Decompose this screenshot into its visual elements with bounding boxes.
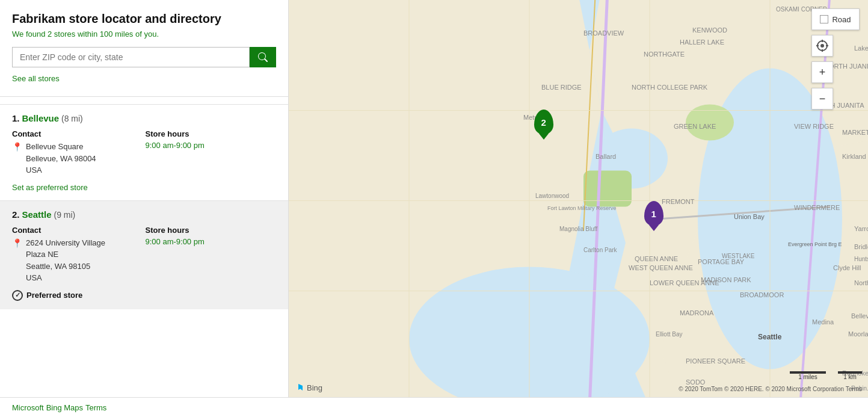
svg-marker-72 (298, 384, 303, 391)
svg-text:BLUE RIDGE: BLUE RIDGE (541, 84, 582, 91)
svg-text:PIONEER SQUARE: PIONEER SQUARE (686, 357, 745, 365)
hours-label-2: Store hours (146, 226, 277, 235)
search-input[interactable] (12, 47, 250, 67)
store-index-2: 2. (12, 209, 20, 220)
store-name-seattle[interactable]: Seattle (22, 209, 51, 220)
svg-point-67 (820, 44, 824, 48)
svg-text:MADRONA: MADRONA (680, 309, 714, 317)
svg-text:NORTH COLLEGE PARK: NORTH COLLEGE PARK (632, 84, 708, 91)
scale-km: 1 km (838, 371, 862, 380)
svg-text:Union Bay: Union Bay (734, 213, 765, 220)
preferred-store-label: Preferred store (26, 291, 82, 300)
zoom-out-button[interactable]: − (811, 88, 833, 110)
svg-text:Fort Lawton Military Reserve: Fort Lawton Military Reserve (547, 205, 617, 211)
divider (0, 96, 288, 97)
set-preferred-link-1[interactable]: Set as preferred store (12, 183, 88, 192)
map-scale: 1 miles 1 km (790, 371, 862, 380)
map-pin-2[interactable]: 2 (534, 110, 553, 135)
location-icon-1: 📍 (12, 142, 22, 152)
store-index-1: 1. (12, 113, 20, 123)
map-attribution: © 2020 TomTom © 2020 HERE. © 2020 Micros… (679, 386, 862, 392)
svg-text:WESTLAKE: WESTLAKE (722, 253, 755, 259)
location-icon-2: 📍 (12, 238, 22, 248)
locate-me-button[interactable] (811, 35, 833, 57)
pin-shape-1: 1 (644, 201, 663, 226)
hours-value-1: 9:00 am-9:00 pm (146, 141, 277, 150)
svg-text:Bridle Trails: Bridle Trails (854, 243, 868, 250)
svg-text:QUEEN ANNE: QUEEN ANNE (635, 255, 678, 262)
store-name-row-2: 2. Seattle (9 mi) (12, 209, 276, 220)
store-card-seattle: 2. Seattle (9 mi) Contact 📍 2624 Univers… (0, 200, 288, 309)
svg-text:FREMONT: FREMONT (662, 198, 695, 205)
store-name-bellevue[interactable]: Bellevue (22, 113, 59, 123)
svg-text:Magnolia Bluff: Magnolia Bluff (559, 226, 597, 232)
svg-text:Kirkland: Kirkland (842, 153, 866, 160)
store-info-grid-1: Contact 📍 Bellevue Square Bellevue, WA 9… (12, 129, 276, 176)
hours-section-2: Store hours 9:00 am-9:00 pm (146, 226, 277, 284)
map-pin-1[interactable]: 1 (644, 201, 663, 226)
map-container: KENWOOD OSKAMI CORNER NORTHGATE BROADVIE… (289, 0, 868, 397)
address-1: Bellevue Square Bellevue, WA 98004 USA (26, 141, 96, 176)
svg-text:VIEW RIDGE: VIEW RIDGE (794, 123, 834, 130)
check-circle-icon (12, 290, 23, 301)
footer-terms-link[interactable]: Terms (85, 403, 106, 412)
road-icon (820, 15, 828, 23)
road-label: Road (832, 15, 851, 24)
svg-text:Elliott Bay: Elliott Bay (656, 331, 682, 338)
footer-microsoft-link[interactable]: Microsoft (12, 403, 44, 412)
road-view-button[interactable]: Road (811, 8, 860, 30)
svg-text:HALLER LAKE: HALLER LAKE (680, 39, 724, 46)
see-all-link[interactable]: See all stores (12, 74, 60, 83)
svg-text:Seattle: Seattle (758, 333, 782, 341)
address-2: 2624 University Village Plaza NE Seattle… (26, 237, 105, 284)
contact-label-2: Contact (12, 226, 143, 235)
zoom-in-button[interactable]: + (811, 61, 833, 83)
svg-text:Bellevue: Bellevue (851, 312, 868, 320)
scale-bar: 1 miles 1 km (790, 371, 862, 380)
page-footer: Microsoft Bing Maps Terms (0, 397, 868, 417)
footer-bing-maps-link[interactable]: Bing Maps (46, 403, 83, 412)
svg-text:Northrup: Northrup (854, 279, 868, 286)
svg-text:Yarrow Point: Yarrow Point (854, 225, 868, 232)
svg-text:Evergreen Point Brg E: Evergreen Point Brg E (788, 241, 842, 247)
svg-rect-8 (583, 171, 632, 207)
store-list-panel: Fabrikam store locator and directory We … (0, 0, 289, 397)
contact-block-1: 📍 Bellevue Square Bellevue, WA 98004 USA (12, 141, 143, 176)
svg-text:Carlton Park: Carlton Park (583, 247, 618, 253)
target-icon (816, 40, 828, 52)
contact-label-1: Contact (12, 129, 143, 138)
bing-logo-icon (297, 384, 304, 392)
map-background: KENWOOD OSKAMI CORNER NORTHGATE BROADVIE… (289, 0, 868, 397)
pin-shape-2: 2 (534, 110, 553, 135)
map-controls: Road + − (811, 8, 860, 110)
store-distance-1: (8 mi) (59, 114, 83, 123)
svg-text:Medina: Medina (812, 318, 834, 326)
contact-section-1: Contact 📍 Bellevue Square Bellevue, WA 9… (12, 129, 143, 176)
store-card-bellevue: 1. Bellevue (8 mi) Contact 📍 Bellevue Sq… (0, 104, 288, 200)
search-button[interactable] (250, 47, 276, 67)
svg-text:BROADMOOR: BROADMOOR (740, 291, 784, 298)
svg-text:WEST QUEEN ANNE: WEST QUEEN ANNE (629, 264, 693, 271)
map-branding: Bing (297, 383, 322, 392)
scale-miles: 1 miles (790, 371, 826, 380)
svg-text:GREEN LAKE: GREEN LAKE (674, 123, 716, 130)
svg-text:Hunts Point: Hunts Point (854, 256, 868, 262)
svg-text:NORTHGATE: NORTHGATE (644, 51, 685, 58)
preferred-badge: Preferred store (12, 290, 276, 301)
svg-text:Lawtonwood: Lawtonwood (535, 193, 569, 199)
store-distance-2: (9 mi) (52, 210, 76, 220)
scale-km-label: 1 km (843, 374, 857, 380)
svg-text:Moorland: Moorland (848, 330, 868, 338)
contact-section-2: Contact 📍 2624 University Village Plaza … (12, 226, 143, 284)
page-title: Fabrikam store locator and directory (12, 12, 276, 26)
svg-text:WINDERMERE: WINDERMERE (794, 204, 840, 211)
store-info-grid-2: Contact 📍 2624 University Village Plaza … (12, 226, 276, 284)
bing-logo-text: Bing (307, 383, 322, 392)
panel-header: Fabrikam store locator and directory We … (0, 0, 288, 89)
result-count: We found 2 stores within 100 miles of yo… (12, 29, 276, 39)
hours-label-1: Store hours (146, 129, 277, 138)
svg-text:SODO: SODO (686, 378, 706, 386)
svg-text:LOWER QUEEN ANNE: LOWER QUEEN ANNE (650, 279, 719, 286)
svg-text:MARKET: MARKET (842, 129, 868, 136)
contact-block-2: 📍 2624 University Village Plaza NE Seatt… (12, 237, 143, 284)
